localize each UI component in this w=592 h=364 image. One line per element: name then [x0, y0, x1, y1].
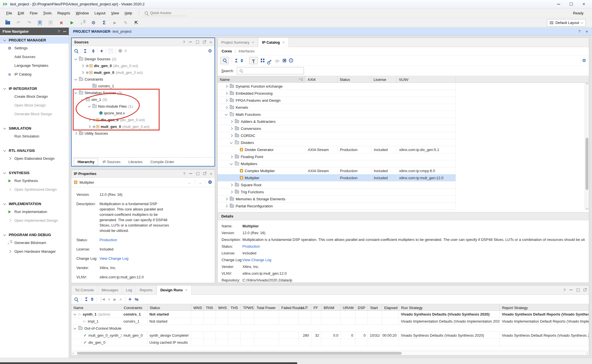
chevron-down-icon[interactable]: [224, 114, 228, 115]
report-summary-icon[interactable]: Σ: [99, 19, 109, 27]
scrollbar-thumb[interactable]: [77, 352, 402, 355]
column-header-elapsed[interactable]: Elapsed: [382, 304, 399, 311]
menu-help[interactable]: Help: [122, 10, 135, 17]
filter-icon[interactable]: [249, 57, 258, 64]
column-header-lut[interactable]: LUT: [299, 304, 311, 311]
chevron-right-icon[interactable]: [224, 85, 228, 87]
flow-section-ip-integrator[interactable]: IP INTEGRATOR: [0, 85, 69, 92]
catalog-row-multipliers[interactable]: Multipliers: [218, 160, 456, 167]
flow-item-open-block-design[interactable]: Open Block Design: [0, 101, 69, 110]
probe-cursor-icon[interactable]: ⇱: [131, 19, 141, 27]
help-icon[interactable]: ?: [183, 40, 185, 44]
copy-icon[interactable]: [46, 19, 56, 27]
expand-all-icon[interactable]: [91, 298, 94, 301]
catalog-row-conversions[interactable]: Conversions: [218, 125, 456, 132]
delete-icon[interactable]: ×: [56, 19, 66, 27]
minimize-icon[interactable]: [557, 4, 560, 5]
catalog-row-cordic[interactable]: CORDIC: [218, 132, 456, 139]
column-header-constraints[interactable]: Constraints: [122, 304, 147, 311]
chevron-down-icon[interactable]: [3, 172, 6, 174]
quick-access-search[interactable]: [143, 10, 186, 16]
flow-section-project-manager[interactable]: PROJECT MANAGER: [0, 36, 69, 44]
chevron-down-icon[interactable]: [3, 128, 6, 129]
license-key-icon[interactable]: [275, 58, 280, 63]
sources-tab-hierarchy[interactable]: Hierarchy: [74, 158, 98, 166]
chevron-right-icon[interactable]: [229, 128, 233, 130]
catalog-row-square-root[interactable]: Square Root: [218, 181, 456, 188]
help-icon[interactable]: ?: [564, 288, 566, 292]
column-header-name[interactable]: Name: [71, 304, 122, 311]
tab-design-runs[interactable]: Design Runs×: [156, 285, 191, 295]
unknown-files-icon[interactable]: ?: [109, 49, 113, 53]
ip-packager-icon[interactable]: [283, 59, 286, 62]
column-header-whs[interactable]: WHS: [216, 304, 228, 311]
tab-log[interactable]: Log: [122, 285, 136, 294]
column-header-failed-routes[interactable]: Failed Routes: [279, 304, 299, 311]
run-row-div-gen-0[interactable]: ✓div_gen_0Using cached IP results: [71, 339, 589, 346]
quick-access-input[interactable]: [150, 11, 184, 15]
flow-section-synthesis[interactable]: SYNTHESIS: [0, 169, 69, 176]
gear-icon[interactable]: ⚙: [208, 49, 212, 53]
menu-window[interactable]: Window: [73, 10, 92, 17]
open-project-icon[interactable]: [3, 19, 13, 27]
catalog-row-math-functions[interactable]: Math Functions: [218, 111, 456, 118]
search-box[interactable]: [237, 67, 304, 74]
scroll-right-icon[interactable]: ›: [587, 351, 588, 355]
sources-tab-libraries[interactable]: Libraries: [125, 158, 146, 165]
column-header-vlnv[interactable]: VLNV: [397, 76, 456, 83]
column-header-dsp[interactable]: DSP: [355, 304, 368, 311]
collapse-all-icon[interactable]: [235, 59, 238, 62]
close-icon[interactable]: ×: [582, 2, 585, 6]
maximize-icon[interactable]: [570, 3, 573, 6]
chevron-right-icon[interactable]: [81, 72, 84, 74]
minimize-panel-icon[interactable]: [63, 31, 66, 32]
chevron-down-icon[interactable]: [229, 163, 233, 165]
menu-edit[interactable]: Edit: [15, 10, 27, 17]
catalog-row-fpga-features-and-design[interactable]: FPGA Features and Design: [218, 97, 456, 104]
run-row-synth-1[interactable]: ▷synth_1 (active)constrs_1Not startedViv…: [71, 311, 589, 318]
group-by-icon[interactable]: [260, 58, 265, 63]
menu-file[interactable]: File: [3, 10, 15, 17]
chevron-right-icon[interactable]: [229, 135, 233, 137]
float-panel-icon[interactable]: [584, 289, 586, 291]
run-row-mult-gen-0-synth-1[interactable]: ✓mult_gen_0_synth_1mult_gen_0synth_desig…: [71, 332, 589, 339]
scroll-down-icon[interactable]: [586, 207, 588, 210]
help-icon[interactable]: ?: [578, 29, 580, 34]
field-value[interactable]: View Change Log: [100, 256, 170, 261]
sources-tab-compile-order[interactable]: Compile Order: [147, 158, 178, 165]
gear-icon[interactable]: ⚙: [208, 180, 212, 185]
flow-section-program-and-debug[interactable]: PROGRAM AND DEBUG: [0, 231, 69, 238]
chevron-right-icon[interactable]: [224, 198, 228, 200]
flow-item-run-implementation[interactable]: Run Implementation: [0, 207, 69, 216]
maximize-panel-icon[interactable]: [576, 288, 580, 292]
minimize-panel-icon[interactable]: [189, 173, 192, 174]
field-value[interactable]: Production: [242, 244, 260, 248]
source-row-div-gen-0[interactable]: ⊕div_gen_0 (div_gen_0.xci): [72, 62, 215, 69]
flow-section-implementation[interactable]: IMPLEMENTATION: [0, 200, 69, 207]
chevron-right-icon[interactable]: [8, 219, 12, 221]
tab-close-icon[interactable]: ×: [252, 40, 254, 45]
flow-item-language-templates[interactable]: Language Templates: [0, 61, 69, 70]
chevron-right-icon[interactable]: [8, 157, 12, 159]
source-row-mult-gen-0[interactable]: ⊕mult_gen_0 (mult_gen_0.xci): [72, 69, 215, 76]
expand-all-icon[interactable]: [92, 49, 95, 53]
settings-gear-icon[interactable]: ⚙: [89, 19, 98, 27]
chevron-right-icon[interactable]: [74, 132, 78, 134]
tab-tcl-console[interactable]: Tcl Console: [71, 285, 98, 294]
messages-badge-icon[interactable]: [118, 49, 122, 53]
flow-section-simulation[interactable]: SIMULATION: [0, 125, 69, 132]
back-arrow-icon[interactable]: ←: [188, 180, 192, 185]
help-icon[interactable]: ?: [183, 172, 185, 176]
column-header-bram[interactable]: BRAM: [321, 304, 341, 311]
add-sources-icon[interactable]: +: [100, 48, 103, 54]
chevron-right-icon[interactable]: [229, 121, 233, 123]
chevron-right-icon[interactable]: [8, 188, 12, 190]
chevron-down-icon[interactable]: [3, 234, 6, 236]
undo-icon[interactable]: ↶: [14, 19, 23, 27]
tab-project-summary[interactable]: Project Summary×: [218, 38, 258, 47]
flow-item-ip-catalog[interactable]: ⊕IP Catalog: [0, 70, 69, 79]
step-forward-icon[interactable]: »: [120, 297, 122, 302]
maximize-panel-icon[interactable]: [196, 172, 199, 175]
catalog-row-multiplier[interactable]: MultiplierProductionIncludedxilinx.com:i…: [218, 174, 456, 181]
chevron-right-icon[interactable]: [229, 191, 233, 193]
